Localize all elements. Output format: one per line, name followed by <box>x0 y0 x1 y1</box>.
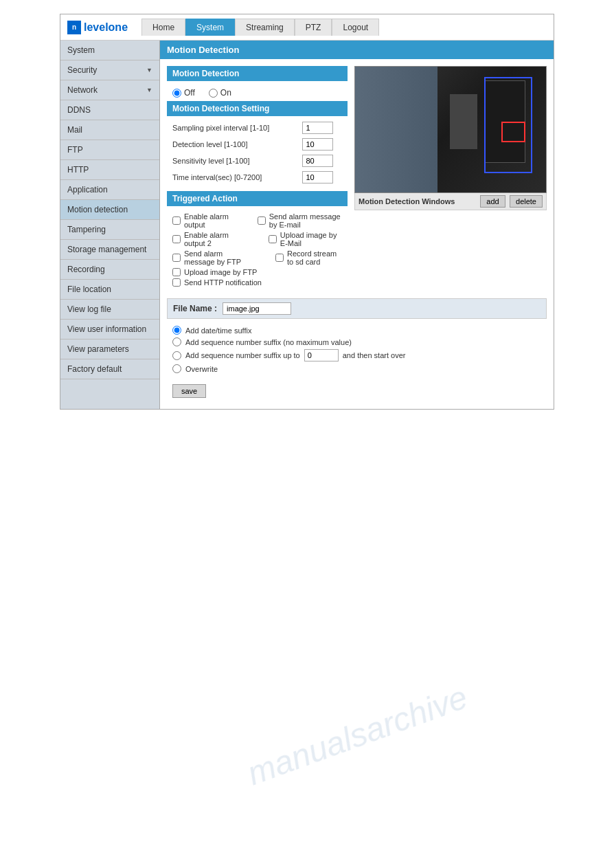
checkbox-record-stream-sd-input[interactable] <box>275 254 284 262</box>
sidebar-item-factory-default[interactable]: Factory default <box>60 359 159 379</box>
camera-buttons: add delete <box>478 195 543 208</box>
triggered-action-header: Triggered Action <box>167 191 348 206</box>
motion-detection-setting-header: Motion Detection Setting <box>167 101 348 116</box>
checkbox-upload-image-ftp: Upload image by FTP <box>172 268 257 276</box>
checkbox-row-2: Enable alarm output 2 Upload image by E-… <box>172 231 342 247</box>
watermark: manualsarchive <box>242 678 473 793</box>
checkbox-upload-image-email: Upload image by E-Mail <box>269 231 342 247</box>
field-label-detection: Detection level [1-100] <box>167 136 297 153</box>
field-input-sampling[interactable] <box>302 122 333 134</box>
header: n levelone Home System Streaming PTZ Log… <box>60 14 554 41</box>
sidebar-item-network[interactable]: Network <box>60 80 159 100</box>
content-inner: Motion Detection Off <box>160 59 554 409</box>
checkbox-upload-image-ftp-input[interactable] <box>172 268 181 276</box>
option-label-overwrite: Overwrite <box>185 365 218 373</box>
radio-on[interactable] <box>209 89 218 98</box>
cam-shape3 <box>355 67 437 193</box>
page-wrapper: n levelone Home System Streaming PTZ Log… <box>0 0 614 868</box>
motion-detection-top: Motion Detection Off <box>167 66 547 293</box>
radio-off[interactable] <box>172 89 181 98</box>
save-button[interactable]: save <box>172 384 206 398</box>
sidebar: System Security Network DDNS Mail FTP HT… <box>60 41 160 409</box>
page-title-bar: Motion Detection <box>160 41 554 59</box>
field-label-sampling: Sampling pixel interval [1-10] <box>167 120 297 136</box>
radio-sequence-up-to[interactable] <box>172 351 181 360</box>
checkbox-row-3: Send alarm message by FTP Record stream … <box>172 249 342 266</box>
sidebar-item-file-location[interactable]: File location <box>60 280 159 300</box>
checkbox-send-alarm-email-input[interactable] <box>258 216 266 225</box>
option-row-sequence-up-to: Add sequence number suffix up to and the… <box>172 349 541 361</box>
sidebar-item-ftp[interactable]: FTP <box>60 140 159 160</box>
sidebar-item-storage-management[interactable]: Storage management <box>60 240 159 260</box>
radio-datetime-suffix[interactable] <box>172 326 181 335</box>
filename-label: File Name : <box>173 304 217 313</box>
nav-tab-system[interactable]: System <box>185 19 235 36</box>
sidebar-item-mail[interactable]: Mail <box>60 120 159 140</box>
sidebar-item-recording[interactable]: Recording <box>60 260 159 280</box>
camera-ui: n levelone Home System Streaming PTZ Log… <box>60 14 554 410</box>
camera-controls-bar: Motion Detection Windows add delete <box>354 193 547 210</box>
sequence-up-to-input[interactable] <box>304 349 339 361</box>
main-layout: System Security Network DDNS Mail FTP HT… <box>60 41 554 409</box>
sidebar-item-view-parameters[interactable]: View parameters <box>60 340 159 359</box>
table-row: Time interval(sec) [0-7200] <box>167 169 348 186</box>
sidebar-item-view-log-file[interactable]: View log file <box>60 300 159 320</box>
option-label-datetime: Add date/time suffix <box>185 326 251 335</box>
content-area: Motion Detection Motion Detection <box>160 41 554 409</box>
checkbox-enable-alarm-output-2-input[interactable] <box>172 235 181 243</box>
option-label-then-start-over: and then start over <box>343 351 406 359</box>
options-section: Add date/time suffix Add sequence number… <box>167 319 547 380</box>
sidebar-item-system[interactable]: System <box>60 41 159 60</box>
sidebar-item-application[interactable]: Application <box>60 180 159 200</box>
option-row-sequence-no-max: Add sequence number suffix (no maximum v… <box>172 337 541 346</box>
camera-preview-area: Motion Detection Windows add delete <box>354 66 547 293</box>
checkbox-record-stream-sd: Record stream to sd card <box>275 249 342 266</box>
field-input-detection[interactable] <box>302 138 333 151</box>
camera-windows-label: Motion Detection Windows <box>359 197 455 205</box>
sidebar-item-http[interactable]: HTTP <box>60 160 159 180</box>
nav-tab-streaming[interactable]: Streaming <box>235 19 295 36</box>
checkbox-send-alarm-ftp-input[interactable] <box>172 254 181 262</box>
table-row: Sampling pixel interval [1-10] <box>167 120 348 136</box>
checkbox-enable-alarm-output-input[interactable] <box>172 216 181 225</box>
field-input-time-interval[interactable] <box>302 171 333 183</box>
logo-icon: n <box>67 21 81 34</box>
table-row: Detection level [1-100] <box>167 136 348 153</box>
page-title: Motion Detection <box>167 45 239 55</box>
option-label-sequence-no-max: Add sequence number suffix (no maximum v… <box>185 338 352 346</box>
motion-detection-header: Motion Detection <box>167 66 348 81</box>
sidebar-item-view-user-information[interactable]: View user information <box>60 320 159 340</box>
field-input-sensitivity[interactable] <box>302 155 333 167</box>
field-label-sensitivity: Sensitivity level [1-100] <box>167 153 297 169</box>
logo-area: n levelone <box>67 21 128 34</box>
nav-tab-ptz[interactable]: PTZ <box>295 19 332 36</box>
cam-shape2 <box>450 94 477 149</box>
motion-detection-radio-row: Off On <box>167 85 348 101</box>
option-row-overwrite: Overwrite <box>172 364 541 373</box>
nav-tab-logout[interactable]: Logout <box>332 19 379 36</box>
checkbox-upload-image-email-input[interactable] <box>269 235 277 243</box>
sidebar-item-motion-detection[interactable]: Motion detection <box>60 200 159 220</box>
triggered-action-section: Triggered Action Enable alarm output <box>167 191 348 293</box>
radio-off-label[interactable]: Off <box>172 88 195 98</box>
option-row-datetime: Add date/time suffix <box>172 326 541 335</box>
radio-sequence-no-max[interactable] <box>172 337 181 346</box>
checkbox-enable-alarm-output: Enable alarm output <box>172 212 230 229</box>
filename-input[interactable] <box>223 302 291 315</box>
sidebar-item-security[interactable]: Security <box>60 60 159 80</box>
checkbox-send-alarm-email: Send alarm message by E-mail <box>258 212 342 229</box>
nav-tab-home[interactable]: Home <box>141 19 185 36</box>
cam-red-box <box>501 122 525 142</box>
settings-table: Sampling pixel interval [1-10] Detection… <box>167 120 348 186</box>
checkbox-send-http-input[interactable] <box>172 278 181 287</box>
option-label-sequence-up-to: Add sequence number suffix up to <box>185 351 300 359</box>
sidebar-item-tampering[interactable]: Tampering <box>60 220 159 240</box>
sidebar-item-ddns[interactable]: DDNS <box>60 100 159 120</box>
camera-preview-inner <box>355 67 546 192</box>
delete-button[interactable]: delete <box>510 195 543 208</box>
checkbox-send-http: Send HTTP notification <box>172 278 262 287</box>
motion-detection-left: Motion Detection Off <box>167 66 348 293</box>
add-button[interactable]: add <box>480 195 505 208</box>
radio-on-label[interactable]: On <box>209 88 231 98</box>
radio-overwrite[interactable] <box>172 364 181 373</box>
